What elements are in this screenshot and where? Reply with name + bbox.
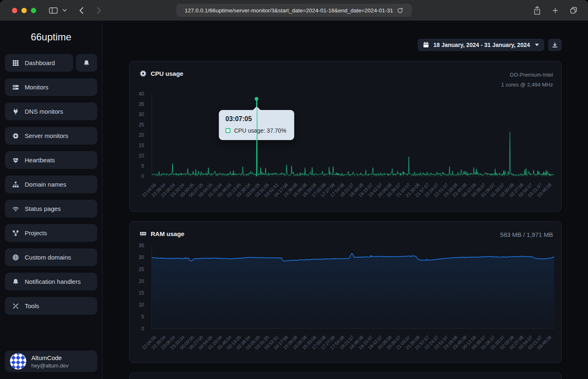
sidebar-item-status-pages[interactable]: Status pages xyxy=(5,200,97,218)
server-plan: DO-Premium-Intel xyxy=(501,70,553,80)
new-tab-icon[interactable] xyxy=(551,6,560,15)
window-controls xyxy=(12,8,36,13)
avatar xyxy=(10,353,26,370)
sidebar-item-notification-handlers[interactable]: Notification handlers xyxy=(5,273,97,290)
tabs-icon[interactable] xyxy=(568,5,579,16)
close-button[interactable] xyxy=(12,8,17,13)
sidebar-item-label: Server monitors xyxy=(25,132,68,139)
sidebar-item-label: Notification handlers xyxy=(25,278,81,285)
browser-toolbar: 127.0.0.1/66uptime/server-monitor/3&star… xyxy=(0,0,588,21)
card-title-text: RAM usage xyxy=(151,230,184,237)
caret-down-icon xyxy=(535,44,539,46)
cpu-chart[interactable] xyxy=(152,94,554,176)
sidebar-item-projects[interactable]: Projects xyxy=(5,224,97,242)
app-logo: 66uptime xyxy=(0,31,102,43)
forward-icon[interactable] xyxy=(95,5,103,16)
date-range-label: 18 January, 2024 - 31 January, 2024 xyxy=(433,42,530,48)
microchip-icon xyxy=(140,70,147,77)
ram-y-axis: 35302520151050 xyxy=(130,246,148,329)
date-range-picker[interactable]: 18 January, 2024 - 31 January, 2024 xyxy=(418,39,544,51)
sidebar-item-domain-names[interactable]: Domain names xyxy=(5,175,97,193)
card-title-text: CPU usage xyxy=(151,70,183,77)
share-icon[interactable] xyxy=(532,5,542,16)
sidebar-item-dashboard[interactable]: Dashboard xyxy=(5,54,73,72)
ram-usage-card: RAM usage 583 MB / 1,971 MB 353025201510… xyxy=(129,221,562,363)
zoom-button[interactable] xyxy=(31,8,36,13)
partial-card xyxy=(129,372,562,379)
sidebar-item-label: Custom domains xyxy=(25,254,71,261)
server-info: DO-Premium-Intel 1 cores @ 2,494 MHz xyxy=(501,70,553,90)
main-content: 18 January, 2024 - 31 January, 2024 xyxy=(103,21,588,379)
sidebar-toggle-icon[interactable] xyxy=(47,5,59,16)
sidebar-item-label: Projects xyxy=(25,229,47,236)
cpu-y-axis: 4035302520151050 xyxy=(130,94,148,176)
microchip-icon xyxy=(12,133,19,139)
ram-chart[interactable] xyxy=(152,246,554,329)
sidebar-item-label: Status pages xyxy=(25,205,61,212)
sidebar: 66uptime DashboardMonitorsDNS monitorsSe… xyxy=(0,21,103,379)
account-email: hey@altum.dev xyxy=(31,363,69,369)
sidebar-item-custom-domains[interactable]: Custom domains xyxy=(5,248,97,266)
sidebar-item-monitors[interactable]: Monitors xyxy=(5,78,97,96)
ram-total: 583 MB / 1,971 MB xyxy=(500,230,553,239)
cpu-x-axis: 22:04:5622:39:0423:06:0423:33:0400:00:05… xyxy=(152,178,554,208)
download-icon xyxy=(552,42,558,48)
url-text: 127.0.0.1/66uptime/server-monitor/3&star… xyxy=(185,7,393,14)
chevron-down-icon[interactable] xyxy=(61,7,68,13)
sidebar-nav: DashboardMonitorsDNS monitorsServer moni… xyxy=(0,54,102,351)
sidebar-item-label: DNS monitors xyxy=(25,108,63,115)
heart-pulse-icon xyxy=(12,157,19,164)
browser-window: 127.0.0.1/66uptime/server-monitor/3&star… xyxy=(0,0,588,379)
sitemap-icon xyxy=(12,181,19,188)
plug-icon xyxy=(12,108,19,115)
back-icon[interactable] xyxy=(77,5,85,16)
account-name: AltumCode xyxy=(31,354,69,361)
sidebar-item-server-monitors[interactable]: Server monitors xyxy=(5,127,97,145)
wifi-icon xyxy=(12,206,19,212)
ram-x-axis: 22:04:5622:39:0423:06:0423:33:0400:00:05… xyxy=(152,330,554,360)
memory-icon xyxy=(140,230,147,237)
cpu-usage-card: CPU usage DO-Premium-Intel 1 cores @ 2,4… xyxy=(129,61,562,212)
sidebar-item-dns-monitors[interactable]: DNS monitors xyxy=(5,103,97,120)
sidebar-item-label: Tools xyxy=(25,302,39,309)
project-diagram-icon xyxy=(12,230,19,236)
sidebar-item-label: Heartbeats xyxy=(25,157,55,164)
bell-icon xyxy=(83,60,90,66)
sidebar-item-heartbeats[interactable]: Heartbeats xyxy=(5,151,97,169)
server-icon xyxy=(12,84,19,91)
sidebar-item-tools[interactable]: Tools xyxy=(5,297,97,315)
sidebar-item-label: Domain names xyxy=(25,181,66,188)
calendar-icon xyxy=(423,42,429,48)
download-button[interactable] xyxy=(548,39,562,51)
server-cores: 1 cores @ 2,494 MHz xyxy=(501,80,553,90)
tools-icon xyxy=(12,303,19,309)
notifications-button[interactable] xyxy=(76,54,97,72)
sidebar-item-label: Monitors xyxy=(25,84,49,91)
minimize-button[interactable] xyxy=(21,8,27,13)
address-bar[interactable]: 127.0.0.1/66uptime/server-monitor/3&star… xyxy=(176,4,412,17)
sidebar-item-label: Dashboard xyxy=(25,59,55,66)
globe-icon xyxy=(12,254,19,261)
account-card[interactable]: AltumCode hey@altum.dev xyxy=(5,351,97,372)
grid-icon xyxy=(12,60,19,66)
bell-icon xyxy=(12,278,19,285)
reload-icon[interactable] xyxy=(397,7,403,14)
